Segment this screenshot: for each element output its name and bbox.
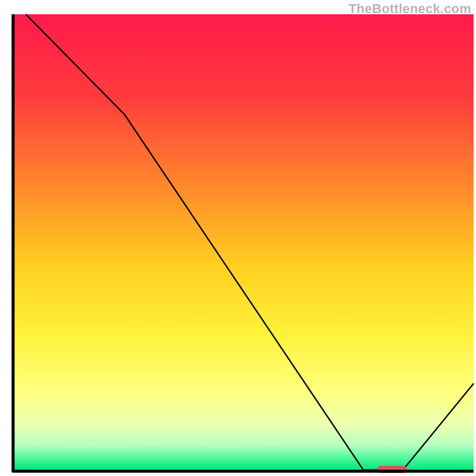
watermark-text: TheBottleneck.com (349, 1, 471, 17)
bottleneck-chart (0, 0, 476, 476)
chart-container: TheBottleneck.com (0, 0, 476, 476)
plot-background (14, 14, 474, 470)
